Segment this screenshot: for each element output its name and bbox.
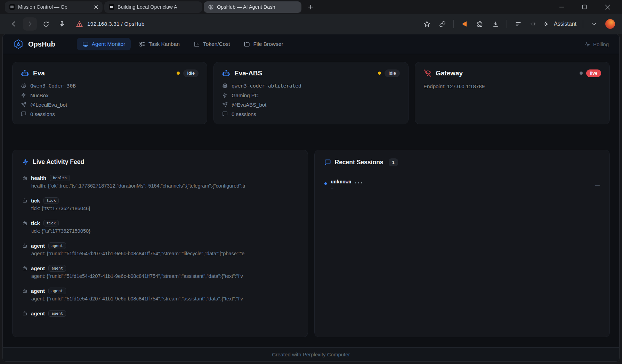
close-tab-icon[interactable] [93,4,99,10]
toolbar-separator [453,20,454,28]
bookmark-star-icon[interactable] [420,17,434,31]
globe-favicon [208,4,214,10]
assistant-swirl-icon [544,20,551,27]
url-text[interactable]: 192.168.3.31 / OpsHub [87,21,144,27]
forward-icon[interactable] [23,17,37,31]
nav-label: File Browser [253,41,283,47]
send-icon [222,102,228,107]
robot-icon [22,175,27,181]
polling-label: Polling [593,41,609,47]
agent-model: qwen3-coder-abliterated [232,83,301,89]
status-dot-off [580,72,583,75]
nav-task-kanban[interactable]: Task Kanban [134,38,185,50]
event-detail: agent: {"runId":"51fd1e54-d207-41b1-9e6c… [31,296,298,301]
minimize-icon[interactable] [554,1,569,13]
close-window-icon[interactable] [600,1,615,13]
maximize-icon[interactable] [577,1,592,13]
feed-item[interactable]: agent agent agent: {"runId":"51fd1e54-d2… [22,242,298,256]
chevron-down-icon[interactable] [587,17,601,31]
tab-opshub-active[interactable]: OpsHub — AI Agent Dash [204,1,301,13]
event-detail: agent: {"runId":"51fd1e54-d207-41b1-9e6c… [31,273,298,279]
nav-token-cost[interactable]: Token/Cost [188,38,236,50]
extensions-puzzle-icon[interactable] [473,17,487,31]
microphone-icon[interactable] [55,17,69,31]
tab-title: OpsHub — AI Agent Dash [217,4,298,10]
nav-file-browser[interactable]: File Browser [238,38,289,50]
event-name: agent [31,265,45,271]
robot-icon [222,69,230,77]
robot-icon [22,198,27,203]
message-icon [21,111,26,117]
zap-icon [21,92,26,98]
gateway-endpoint: Endpoint: 127.0.0.1:18789 [423,83,601,89]
footer-text: Created with Perplexity Computer [272,351,350,357]
robot-icon [22,266,27,271]
session-subtitle: — [331,186,363,191]
tab-mission-control[interactable]: Mission Control — Op [5,1,103,13]
feed-item[interactable]: health health health: {"ok":true,"ts":17… [22,175,298,189]
event-detail: tick: {"ts":1773627186046} [31,206,298,211]
event-type-badge: agent [48,265,66,272]
session-status-dot [324,182,327,185]
page-footer: Created with Perplexity Computer [3,347,619,361]
reload-icon[interactable] [39,17,53,31]
kanban-icon [139,41,145,47]
event-name: agent [31,243,45,249]
megaphone-extension-icon[interactable] [458,17,472,31]
message-icon [222,111,228,117]
reading-list-icon[interactable] [511,17,525,31]
status-badge: idle [385,69,400,77]
event-name: agent [31,288,45,294]
agent-card-eva-abs[interactable]: Eva-ABS idle qwen3-coder-abliterated Gam… [213,62,409,124]
feed-item[interactable]: agent agent agent: {"runId":"51fd1e54-d2… [22,265,298,279]
agent-cards-row: Eva idle Qwen3-Coder 30B NucBox [12,62,610,124]
feed-item[interactable]: agent agent [22,310,298,318]
live-activity-feed-panel: Live Activity Feed health health health:… [12,150,308,337]
status-dot-idle [378,72,381,75]
event-type-badge: agent [48,242,66,249]
tab-openclaw-doc[interactable]: Building Local Openclaw A [104,1,202,13]
agent-card-eva[interactable]: Eva idle Qwen3-Coder 30B NucBox [12,62,207,124]
agent-host: Gaming PC [232,92,259,98]
copy-link-icon[interactable] [435,17,449,31]
opshub-logo-icon [13,39,24,49]
event-detail: agent: {"runId":"51fd1e54-d207-41b1-9e6c… [31,251,298,256]
agent-name: Eva [33,69,45,77]
feed-item[interactable]: agent agent agent: {"runId":"51fd1e54-d2… [22,288,298,301]
event-detail: health: {"ok":true,"ts":1773627187312,"d… [31,183,298,189]
pulse-icon [584,41,590,47]
robot-icon [22,311,27,316]
session-meta: — [595,182,600,188]
event-type-badge: tick [43,220,59,226]
status-dot-idle [177,72,180,75]
app-header: OpsHub Agent Monitor Task Kanban Token/C… [3,34,619,54]
polling-indicator: Polling [584,41,609,47]
profile-avatar[interactable] [605,19,615,29]
folder-icon [244,41,250,47]
session-item[interactable]: unknown ... — — [324,179,600,191]
downloads-icon[interactable] [488,17,502,31]
nav-label: Agent Monitor [92,41,126,47]
back-icon[interactable] [7,17,21,31]
tab-title: Mission Control — Op [18,4,90,10]
feed-list: health health health: {"ok":true,"ts":17… [22,175,298,318]
gateway-card[interactable]: Gateway live Endpoint: 127.0.0.1:18789 [415,62,610,124]
session-title: unknown ... [331,179,363,184]
assistant-button[interactable]: Assistant [542,20,579,27]
new-tab-button[interactable] [305,2,316,12]
event-name: health [31,175,46,181]
nav-agent-monitor[interactable]: Agent Monitor [77,38,131,50]
browser-tab-strip: Mission Control — Op Building Local Open… [0,0,622,14]
feed-item[interactable]: tick tick tick: {"ts":1773627159050} [22,220,298,234]
feed-item[interactable]: tick tick tick: {"ts":1773627186046} [22,197,298,211]
wifi-off-icon [423,69,431,77]
voice-waveform-icon[interactable] [526,17,540,31]
robot-icon [22,243,27,248]
zap-icon [22,159,29,165]
gateway-name: Gateway [436,69,463,77]
agent-sessions: 0 sessions [232,111,256,117]
agent-bot: @LocalEva_bot [30,102,67,108]
robot-icon [22,221,27,226]
address-bar[interactable]: 192.168.3.31 / OpsHub [76,20,418,28]
live-badge: live [586,69,601,77]
